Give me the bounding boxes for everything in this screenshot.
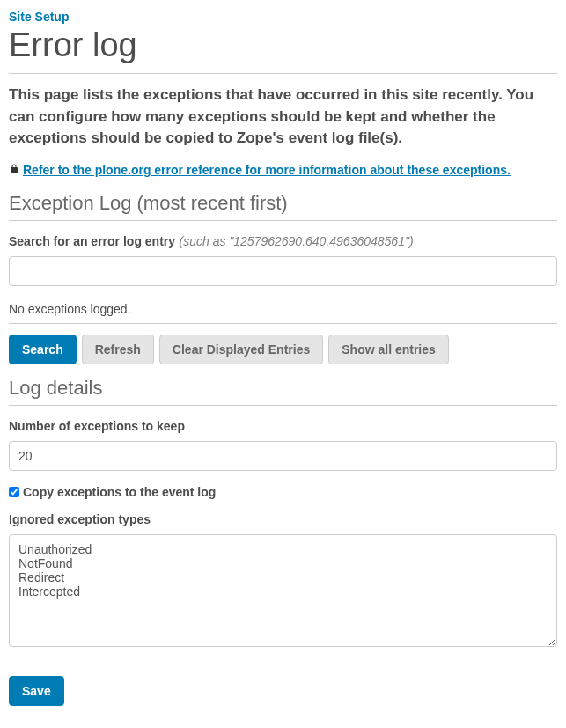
save-button[interactable]: Save <box>9 676 64 706</box>
lock-icon <box>9 162 19 178</box>
exception-log-heading: Exception Log (most recent first) <box>9 192 557 215</box>
copy-label: Copy exceptions to the event log <box>23 485 216 499</box>
ignored-textarea[interactable]: Unauthorized NotFound Redirect Intercept… <box>9 534 557 647</box>
page-title: Error log <box>9 26 557 64</box>
divider <box>9 405 557 406</box>
help-link-row: Refer to the plone.org error reference f… <box>9 162 557 178</box>
search-button[interactable]: Search <box>9 335 77 364</box>
breadcrumb[interactable]: Site Setup <box>9 10 69 24</box>
search-field-group: Search for an error log entry (such as "… <box>9 233 557 286</box>
refresh-button[interactable]: Refresh <box>82 335 154 364</box>
save-row: Save <box>9 676 557 706</box>
help-link[interactable]: Refer to the plone.org error reference f… <box>23 163 511 177</box>
log-details-heading: Log details <box>9 377 557 400</box>
copy-checkbox-row: Copy exceptions to the event log <box>9 485 557 499</box>
button-row: Search Refresh Clear Displayed Entries S… <box>9 335 557 364</box>
ignored-field-group: Ignored exception types Unauthorized Not… <box>9 511 557 651</box>
divider <box>9 665 557 665</box>
empty-message: No exceptions logged. <box>9 302 557 316</box>
divider <box>9 323 557 324</box>
clear-button[interactable]: Clear Displayed Entries <box>159 335 323 364</box>
keep-label: Number of exceptions to keep <box>9 419 185 433</box>
ignored-label: Ignored exception types <box>9 512 151 526</box>
divider <box>9 73 557 74</box>
search-label: Search for an error log entry <box>9 234 175 248</box>
show-all-button[interactable]: Show all entries <box>328 335 449 364</box>
intro-text: This page lists the exceptions that have… <box>9 85 557 150</box>
search-hint: (such as "1257962690.640.49636048561") <box>180 234 414 248</box>
keep-field-group: Number of exceptions to keep <box>9 418 557 471</box>
divider <box>9 220 557 221</box>
copy-checkbox[interactable] <box>9 487 19 497</box>
search-input[interactable] <box>9 256 557 286</box>
keep-input[interactable] <box>9 441 557 471</box>
